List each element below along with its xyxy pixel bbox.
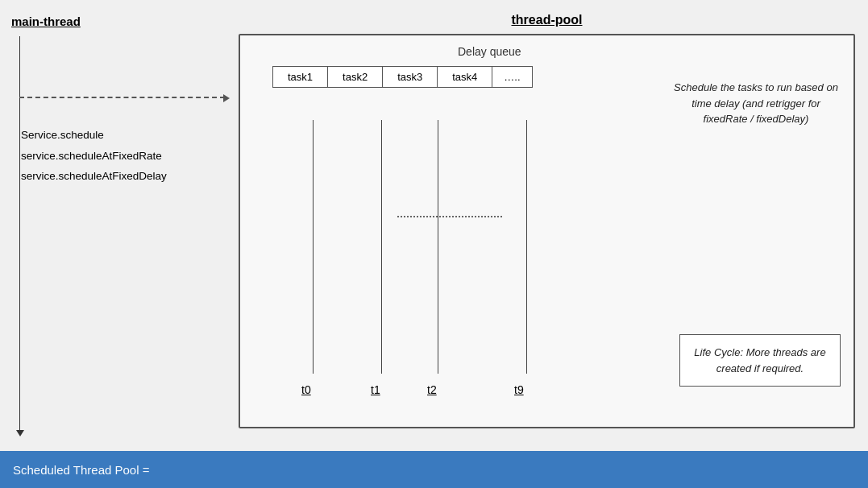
- horizontal-arrow: [19, 97, 225, 98]
- main-thread-arrow-bottom: [16, 430, 24, 436]
- lifecycle-box: Life Cycle: More threads are created if …: [679, 334, 841, 387]
- vline-t9: [526, 120, 527, 374]
- vline-t2: [438, 120, 438, 374]
- thread-pool-box: Delay queue task1 task2 task3 task4 ….. …: [239, 34, 855, 428]
- bottom-bar-text: Scheduled Thread Pool =: [13, 463, 149, 477]
- service-fixed-delay-label: service.scheduleAtFixedDelay: [21, 166, 167, 187]
- time-label-t9: t9: [514, 383, 524, 396]
- service-labels: Service.schedule service.scheduleAtFixed…: [21, 125, 167, 187]
- task3-box: task3: [382, 66, 438, 88]
- vline-t1: [381, 120, 382, 374]
- dotted-connector: [397, 216, 502, 217]
- main-thread-label: main-thread: [11, 14, 81, 28]
- right-panel: thread-pool Delay queue task1 task2 task…: [226, 0, 868, 451]
- task4-box: task4: [437, 66, 492, 88]
- service-fixed-rate-label: service.scheduleAtFixedRate: [21, 146, 167, 167]
- left-panel: main-thread Service.schedule service.sch…: [0, 0, 226, 451]
- time-label-t2: t2: [427, 383, 437, 396]
- time-label-t0: t0: [301, 383, 311, 396]
- task-ellipsis-box: …..: [492, 66, 532, 88]
- schedule-note: Schedule the tasks to run based on time …: [671, 80, 841, 127]
- task-row: task1 task2 task3 task4 …..: [272, 66, 532, 88]
- task1-box: task1: [272, 66, 328, 88]
- delay-queue-label: Delay queue: [458, 45, 521, 58]
- task2-box: task2: [327, 66, 383, 88]
- bottom-bar: Scheduled Thread Pool =: [0, 451, 868, 488]
- thread-pool-label: thread-pool: [239, 13, 855, 27]
- vline-t0: [313, 120, 314, 374]
- main-thread-line: [19, 36, 20, 431]
- service-schedule-label: Service.schedule: [21, 125, 167, 146]
- time-label-t1: t1: [371, 383, 380, 396]
